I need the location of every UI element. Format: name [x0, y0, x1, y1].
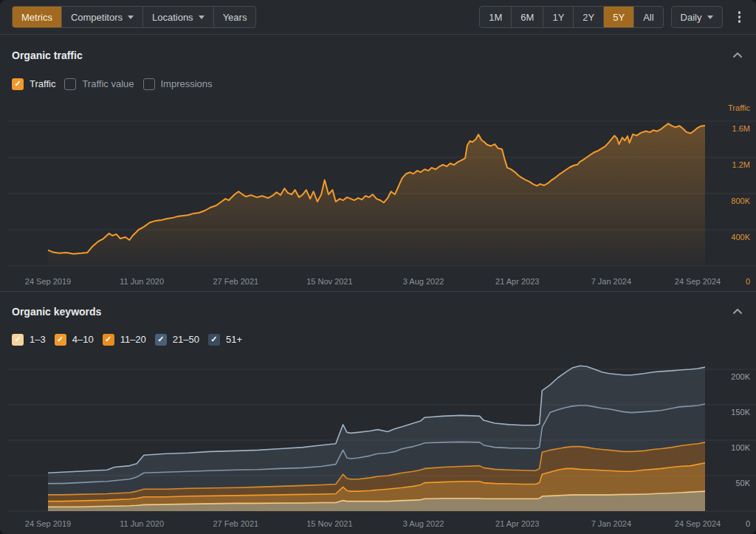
keywords-legend: ✓1–3✓4–10✓11–20✓21–50✓51+	[0, 318, 756, 346]
checked-checkbox-icon[interactable]: ✓	[155, 334, 167, 346]
check-icon: ✓	[157, 335, 164, 343]
toolbar-left: MetricsCompetitorsLocationsYears	[12, 6, 256, 28]
range-button-1m[interactable]: 1M	[480, 7, 511, 27]
traffic-x-axis: 24 Sep 201911 Jun 202027 Feb 202115 Nov …	[7, 270, 756, 291]
legend-item-impressions[interactable]: Impressions	[143, 78, 213, 90]
legend-label: Impressions	[161, 78, 213, 89]
x-axis-tick: 7 Jan 2024	[591, 277, 631, 286]
section-header: Organic keywords	[0, 292, 756, 318]
traffic-chart-wrap: Traffic1.6M1.2M800K400K 24 Sep 201911 Ju…	[7, 104, 756, 291]
y-axis-zero-tick: 0	[746, 519, 750, 528]
x-axis-tick: 24 Sep 2024	[675, 519, 721, 528]
check-icon: ✓	[14, 335, 21, 343]
caret-down-icon	[128, 16, 134, 19]
filter-tab-metrics[interactable]: Metrics	[13, 7, 61, 27]
legend-label: 11–20	[120, 334, 146, 345]
legend-item-51[interactable]: ✓51+	[208, 334, 242, 346]
analytics-panel: MetricsCompetitorsLocationsYears 1M6M1Y2…	[0, 0, 756, 534]
unchecked-checkbox-icon[interactable]	[143, 78, 155, 90]
x-axis-tick: 24 Sep 2024	[675, 277, 721, 286]
checked-checkbox-icon[interactable]: ✓	[55, 334, 66, 346]
checked-checkbox-icon[interactable]: ✓	[12, 334, 24, 346]
filter-tab-group: MetricsCompetitorsLocationsYears	[12, 6, 256, 28]
organic-traffic-section: Organic traffic ✓TrafficTraffic valueImp…	[0, 35, 756, 291]
section-header: Organic traffic	[0, 35, 756, 61]
unchecked-checkbox-icon[interactable]	[64, 78, 76, 90]
legend-label: 51+	[226, 334, 242, 345]
granularity-label: Daily	[681, 12, 702, 23]
caret-down-icon	[707, 16, 713, 19]
legend-item-4-10[interactable]: ✓4–10	[55, 334, 94, 346]
kebab-menu-icon[interactable]	[735, 7, 745, 27]
organic-keywords-chart[interactable]	[7, 360, 756, 513]
x-axis-tick: 24 Sep 2019	[25, 519, 71, 528]
tab-label: Metrics	[21, 12, 52, 23]
x-axis-tick: 21 Apr 2023	[495, 277, 539, 286]
chevron-up-icon[interactable]	[729, 48, 746, 62]
chevron-up-icon[interactable]	[729, 304, 746, 318]
filter-tab-years[interactable]: Years	[213, 7, 256, 27]
x-axis-tick: 7 Jan 2024	[591, 519, 631, 528]
x-axis-tick: 11 Jun 2020	[120, 519, 164, 528]
caret-down-icon	[199, 16, 205, 19]
x-axis-tick: 27 Feb 2021	[213, 519, 258, 528]
keywords-x-axis: 24 Sep 201911 Jun 202027 Feb 202115 Nov …	[7, 513, 756, 534]
legend-label: Traffic value	[82, 78, 134, 89]
x-axis-tick: 15 Nov 2021	[306, 519, 352, 528]
toolbar-right: 1M6M1Y2Y5YAll Daily	[479, 6, 744, 28]
x-axis-tick: 15 Nov 2021	[306, 277, 352, 286]
tab-label: Years	[223, 12, 247, 23]
check-icon: ✓	[105, 335, 111, 343]
x-axis-tick: 27 Feb 2021	[213, 277, 258, 286]
date-range-group: 1M6M1Y2Y5YAll	[479, 6, 663, 28]
legend-item-1-3[interactable]: ✓1–3	[12, 334, 46, 346]
organic-traffic-chart[interactable]	[7, 104, 756, 270]
tab-label: Competitors	[71, 12, 123, 23]
tab-label: Locations	[152, 12, 193, 23]
x-axis-tick: 24 Sep 2019	[25, 277, 71, 286]
legend-item-traffic-value[interactable]: Traffic value	[64, 78, 134, 90]
organic-keywords-section: Organic keywords ✓1–3✓4–10✓11–20✓21–50✓5…	[0, 292, 756, 534]
y-axis-zero-tick: 0	[746, 277, 750, 286]
filter-tab-locations[interactable]: Locations	[142, 7, 213, 27]
legend-label: 4–10	[72, 334, 94, 345]
legend-item-11-20[interactable]: ✓11–20	[103, 334, 146, 346]
check-icon: ✓	[210, 335, 217, 343]
filter-tab-competitors[interactable]: Competitors	[61, 7, 142, 27]
granularity-group: Daily	[671, 6, 723, 28]
range-button-1y[interactable]: 1Y	[543, 7, 573, 27]
granularity-button[interactable]: Daily	[672, 7, 722, 27]
traffic-legend: ✓TrafficTraffic valueImpressions	[0, 61, 756, 90]
range-button-all[interactable]: All	[633, 7, 662, 27]
legend-label: Traffic	[30, 78, 55, 89]
legend-label: 21–50	[173, 334, 199, 345]
section-title: Organic traffic	[12, 49, 83, 61]
check-icon: ✓	[57, 335, 63, 343]
legend-label: 1–3	[30, 334, 46, 345]
range-button-2y[interactable]: 2Y	[573, 7, 603, 27]
checked-checkbox-icon[interactable]: ✓	[12, 78, 24, 90]
legend-item-traffic[interactable]: ✓Traffic	[12, 78, 55, 90]
checked-checkbox-icon[interactable]: ✓	[103, 334, 114, 346]
x-axis-tick: 21 Apr 2023	[495, 519, 539, 528]
checked-checkbox-icon[interactable]: ✓	[208, 334, 220, 346]
keywords-chart-wrap: 200K150K100K50K 24 Sep 201911 Jun 202027…	[7, 360, 756, 534]
check-icon: ✓	[14, 80, 21, 88]
x-axis-tick: 3 Aug 2022	[403, 277, 444, 286]
range-button-5y[interactable]: 5Y	[603, 7, 633, 27]
toolbar: MetricsCompetitorsLocationsYears 1M6M1Y2…	[0, 0, 756, 35]
x-axis-tick: 3 Aug 2022	[403, 519, 444, 528]
legend-item-21-50[interactable]: ✓21–50	[155, 334, 199, 346]
range-button-6m[interactable]: 6M	[511, 7, 543, 27]
section-title: Organic keywords	[12, 306, 101, 318]
x-axis-tick: 11 Jun 2020	[120, 277, 164, 286]
